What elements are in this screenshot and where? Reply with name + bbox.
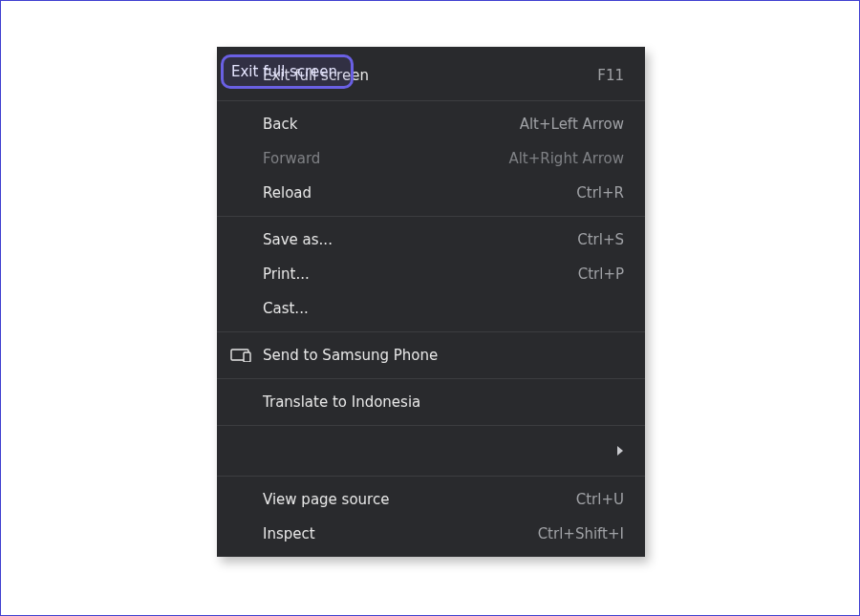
menu-separator — [217, 476, 645, 477]
menu-item-forward: Forward Alt+Right Arrow — [217, 141, 645, 176]
menu-item-label: Reload — [263, 184, 576, 202]
chevron-right-icon — [616, 445, 624, 457]
send-to-device-icon — [230, 348, 251, 363]
svg-rect-1 — [244, 352, 250, 362]
menu-item-label: Translate to Indonesia — [263, 393, 624, 411]
menu-item-reload[interactable]: Reload Ctrl+R — [217, 176, 645, 210]
menu-item-exit-full-screen[interactable]: Exit full screen F11 Exit full screen — [217, 53, 645, 95]
menu-item-label: Print... — [263, 266, 578, 283]
menu-item-label: Exit full screen — [263, 67, 597, 84]
menu-item-save-as[interactable]: Save as... Ctrl+S — [217, 223, 645, 257]
menu-item-back[interactable]: Back Alt+Left Arrow — [217, 107, 645, 141]
menu-item-print[interactable]: Print... Ctrl+P — [217, 257, 645, 291]
menu-item-label: Send to Samsung Phone — [263, 347, 624, 364]
context-menu: Exit full screen F11 Exit full screen Ba… — [217, 47, 645, 557]
menu-item-cast[interactable]: Cast... — [217, 291, 645, 326]
menu-item-shortcut: F11 — [597, 67, 624, 84]
menu-item-label: Cast... — [263, 300, 624, 317]
menu-item-shortcut: Alt+Right Arrow — [508, 150, 624, 167]
menu-separator — [217, 331, 645, 332]
menu-item-label: Save as... — [263, 231, 577, 248]
menu-item-label: Forward — [263, 150, 508, 167]
menu-item-label: Back — [263, 116, 520, 133]
menu-item-send-to-samsung-phone[interactable]: Send to Samsung Phone — [217, 338, 645, 372]
menu-separator — [217, 100, 645, 101]
menu-separator — [217, 378, 645, 379]
menu-item-shortcut: Ctrl+R — [576, 184, 624, 202]
menu-separator — [217, 425, 645, 426]
menu-item-shortcut: Alt+Left Arrow — [520, 116, 624, 133]
page-frame: Exit full screen F11 Exit full screen Ba… — [0, 0, 860, 616]
menu-item-view-page-source[interactable]: View page source Ctrl+U — [217, 482, 645, 517]
menu-item-submenu[interactable] — [217, 432, 645, 470]
menu-item-shortcut: Ctrl+S — [577, 231, 624, 248]
menu-item-translate[interactable]: Translate to Indonesia — [217, 385, 645, 419]
menu-separator — [217, 216, 645, 217]
menu-item-shortcut: Ctrl+U — [576, 491, 624, 508]
menu-item-label: View page source — [263, 491, 576, 508]
menu-item-inspect[interactable]: Inspect Ctrl+Shift+I — [217, 517, 645, 551]
menu-item-shortcut: Ctrl+P — [578, 266, 624, 283]
menu-item-label: Inspect — [263, 525, 538, 542]
menu-item-shortcut: Ctrl+Shift+I — [538, 525, 624, 542]
